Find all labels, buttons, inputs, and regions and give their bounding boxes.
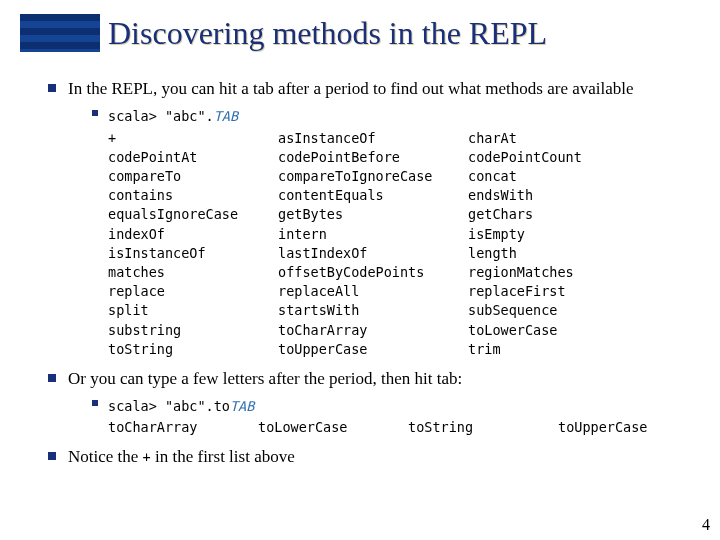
method-name: startsWith (278, 301, 468, 319)
repl1-prompt: scala> "abc". (108, 108, 214, 124)
method-name: getChars (468, 205, 618, 223)
method-name: contentEquals (278, 186, 468, 204)
bullet-3-prefix: Notice the (68, 447, 143, 466)
method-name: toString (108, 340, 278, 358)
method-name: replace (108, 282, 278, 300)
repl1-method-grid: +asInstanceOfcharAtcodePointAtcodePointB… (108, 129, 680, 359)
repl2-method-row: toCharArraytoLowerCasetoStringtoUpperCas… (108, 419, 680, 436)
method-name: isEmpty (468, 225, 618, 243)
method-name: regionMatches (468, 263, 618, 281)
method-name: toUpperCase (278, 340, 468, 358)
method-name: equalsIgnoreCase (108, 205, 278, 223)
method-name: getBytes (278, 205, 468, 223)
method-name: toCharArray (278, 321, 468, 339)
method-name: charAt (468, 129, 618, 147)
method-name: split (108, 301, 278, 319)
bullet-list: In the REPL, you can hit a tab after a p… (48, 78, 680, 467)
bullet-1: In the REPL, you can hit a tab after a p… (48, 78, 680, 358)
method-name: subSequence (468, 301, 618, 319)
method-name: codePointCount (468, 148, 618, 166)
method-name: toLowerCase (258, 419, 408, 436)
method-name: compareToIgnoreCase (278, 167, 468, 185)
method-name: codePointBefore (278, 148, 468, 166)
repl1-tab: TAB (214, 108, 238, 124)
method-name: substring (108, 321, 278, 339)
method-name: asInstanceOf (278, 129, 468, 147)
method-name: toString (408, 419, 558, 436)
method-name: lastIndexOf (278, 244, 468, 262)
bullet-3-code: + (143, 449, 151, 465)
method-name: offsetByCodePoints (278, 263, 468, 281)
method-name: toCharArray (108, 419, 258, 436)
repl2-tab: TAB (230, 398, 254, 414)
repl-block-2: scala> "abc".toTAB toCharArraytoLowerCas… (92, 395, 680, 435)
method-name: codePointAt (108, 148, 278, 166)
bullet-3-suffix: in the first list above (155, 447, 295, 466)
bullet-3: Notice the + in the first list above (48, 446, 680, 467)
bullet-2-text: Or you can type a few letters after the … (68, 369, 462, 388)
repl2-prompt: scala> "abc".to (108, 398, 230, 414)
repl-block-1: scala> "abc".TAB +asInstanceOfcharAtcode… (92, 105, 680, 358)
method-name: toLowerCase (468, 321, 618, 339)
method-name: indexOf (108, 225, 278, 243)
method-name: replaceAll (278, 282, 468, 300)
method-name: contains (108, 186, 278, 204)
method-name: replaceFirst (468, 282, 618, 300)
method-name: endsWith (468, 186, 618, 204)
method-name: trim (468, 340, 618, 358)
method-name: + (108, 129, 278, 147)
slide-title: Discovering methods in the REPL (108, 15, 547, 52)
method-name: intern (278, 225, 468, 243)
method-name: concat (468, 167, 618, 185)
bullet-1-text: In the REPL, you can hit a tab after a p… (68, 79, 634, 98)
method-name: isInstanceOf (108, 244, 278, 262)
method-name: length (468, 244, 618, 262)
page-number: 4 (702, 516, 710, 534)
slide-body: In the REPL, you can hit a tab after a p… (0, 52, 720, 467)
method-name: matches (108, 263, 278, 281)
title-accent-bar (20, 14, 100, 52)
method-name: toUpperCase (558, 419, 688, 436)
title-row: Discovering methods in the REPL (0, 0, 720, 52)
bullet-2: Or you can type a few letters after the … (48, 368, 680, 435)
slide: Discovering methods in the REPL In the R… (0, 0, 720, 540)
method-name: compareTo (108, 167, 278, 185)
